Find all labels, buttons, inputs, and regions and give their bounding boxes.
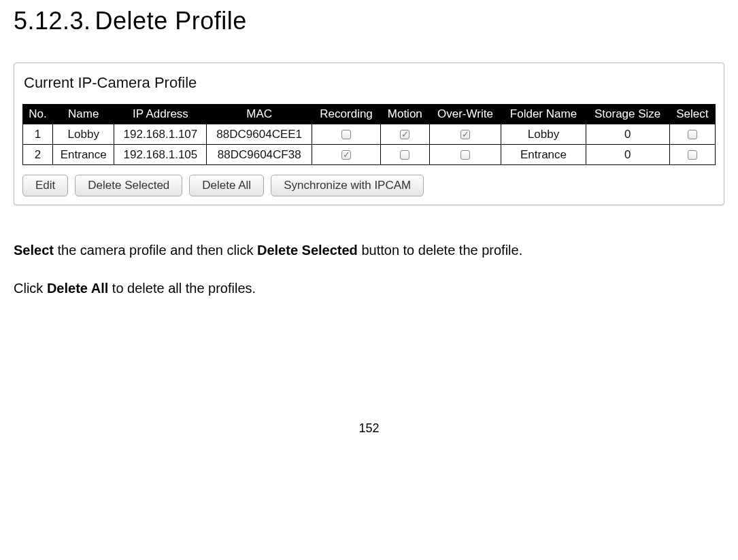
cell-folder: Entrance (501, 145, 586, 165)
col-name: Name (53, 105, 114, 124)
bold-delete-selected: Delete Selected (257, 243, 358, 258)
recording-checkbox-cell (312, 124, 381, 145)
cell-storage: 0 (586, 145, 669, 165)
motion-checkbox-cell (381, 145, 429, 165)
cell-mac: 88DC9604CF38 (207, 145, 312, 165)
col-select: Select (669, 105, 715, 124)
col-storage: Storage Size (586, 105, 669, 124)
cell-folder: Lobby (501, 124, 586, 145)
buttons-row: Edit Delete Selected Delete All Synchron… (22, 175, 716, 196)
recording-checkbox-cell (312, 145, 381, 165)
select-checkbox[interactable] (688, 150, 697, 160)
overwrite-checkbox-cell (429, 145, 501, 165)
cell-no: 2 (23, 145, 53, 165)
select-checkbox-cell (669, 124, 715, 145)
select-checkbox-cell (669, 145, 715, 165)
panel-title: Current IP-Camera Profile (24, 74, 714, 92)
section-number: 5.12.3. (14, 7, 91, 35)
instruction-paragraph-1: Select the camera profile and then click… (14, 239, 724, 261)
profile-table: No. Name IP Address MAC Recording Motion… (22, 104, 716, 165)
bold-delete-all: Delete All (47, 281, 108, 296)
cell-name: Lobby (53, 124, 114, 145)
overwrite-checkbox-cell (429, 124, 501, 145)
recording-checkbox (341, 130, 351, 139)
instruction-text: to delete all the profiles. (108, 281, 256, 296)
motion-checkbox (400, 150, 409, 160)
bold-select: Select (14, 243, 54, 258)
select-checkbox[interactable] (688, 130, 697, 139)
overwrite-checkbox (460, 130, 470, 139)
table-row: 2Entrance192.168.1.10588DC9604CF38Entran… (23, 145, 716, 165)
col-overwrite: Over-Write (429, 105, 501, 124)
profile-panel: Current IP-Camera Profile No. Name IP Ad… (14, 63, 724, 205)
instruction-text: the camera profile and then click (54, 243, 257, 258)
cell-name: Entrance (53, 145, 114, 165)
col-ip: IP Address (114, 105, 207, 124)
recording-checkbox (341, 150, 351, 160)
table-row: 1Lobby192.168.1.10788DC9604CEE1Lobby0 (23, 124, 716, 145)
instruction-paragraph-2: Click Delete All to delete all the profi… (14, 277, 724, 299)
page-number: 152 (14, 421, 724, 436)
instruction-text: Click (14, 281, 47, 296)
cell-ip: 192.168.1.105 (114, 145, 207, 165)
table-header-row: No. Name IP Address MAC Recording Motion… (23, 105, 716, 124)
edit-button[interactable]: Edit (22, 175, 68, 196)
delete-all-button[interactable]: Delete All (189, 175, 264, 196)
col-recording: Recording (312, 105, 381, 124)
col-no: No. (23, 105, 53, 124)
section-heading: 5.12.3.Delete Profile (14, 7, 724, 35)
motion-checkbox (400, 130, 409, 139)
cell-mac: 88DC9604CEE1 (207, 124, 312, 145)
col-mac: MAC (207, 105, 312, 124)
instruction-text: button to delete the profile. (358, 243, 522, 258)
delete-selected-button[interactable]: Delete Selected (75, 175, 182, 196)
cell-ip: 192.168.1.107 (114, 124, 207, 145)
overwrite-checkbox (460, 150, 470, 160)
cell-storage: 0 (586, 124, 669, 145)
col-motion: Motion (381, 105, 429, 124)
col-folder: Folder Name (501, 105, 586, 124)
cell-no: 1 (23, 124, 53, 145)
section-title-text: Delete Profile (95, 7, 247, 35)
motion-checkbox-cell (381, 124, 429, 145)
synchronize-button[interactable]: Synchronize with IPCAM (271, 175, 424, 196)
